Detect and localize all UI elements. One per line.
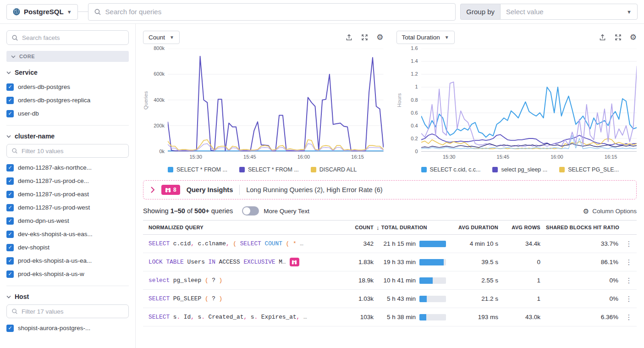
table-row[interactable]: SELECT PG_SLEEP ( ? ) 1.03k 5 h 43 min 2…: [143, 290, 637, 308]
facet-checkbox-item[interactable]: ✓ demo-dpn-us-west: [6, 214, 129, 227]
gear-icon[interactable]: ⚙: [376, 33, 383, 41]
facet-checkbox-item[interactable]: ✓ demo-11287-aks-northce...: [6, 161, 129, 174]
metric-selector[interactable]: Count ▼: [143, 31, 180, 44]
normalized-query-cell[interactable]: SELECT PG_SLEEP ( ? ): [143, 295, 343, 302]
search-icon: [11, 148, 18, 154]
facet-checkbox-item[interactable]: ✓ orders-db-postgres: [6, 80, 129, 94]
checkbox-checked-icon[interactable]: ✓: [6, 110, 14, 117]
legend-item[interactable]: SELECT * FROM ...: [239, 166, 299, 173]
line-chart[interactable]: Hours 00.20.40.60.811.21.41.6 15:3015:45…: [396, 49, 637, 162]
column-header[interactable]: SHARED BLOCKS HIT RATIO: [543, 225, 621, 230]
query-search-input[interactable]: [105, 8, 450, 16]
table-row[interactable]: select pg_sleep ( ? ) 18.9k 10 h 41 min …: [143, 271, 637, 290]
facet-search-input[interactable]: [22, 34, 124, 41]
checkbox-checked-icon[interactable]: ✓: [6, 325, 14, 332]
normalized-query-cell[interactable]: SELECT c.cid, c.clname, ( SELECT COUNT (…: [143, 240, 343, 247]
more-query-text-toggle[interactable]: [242, 206, 259, 215]
group-by-placeholder: Select value: [506, 8, 544, 16]
metric-selector[interactable]: Total Duration ▼: [396, 31, 455, 44]
export-icon[interactable]: [599, 33, 606, 41]
facet-group-header[interactable]: cluster-name: [6, 133, 129, 140]
column-header[interactable]: AVG DURATION: [449, 225, 501, 230]
datasource-dropdown[interactable]: PostgreSQL ▼: [6, 4, 78, 20]
chevron-right-icon[interactable]: [151, 187, 155, 193]
facet-filter[interactable]: [6, 144, 129, 158]
chevron-down-icon: [11, 55, 16, 58]
row-menu-icon[interactable]: ⋮: [621, 276, 637, 285]
normalized-query-cell[interactable]: LOCK TABLE Users IN ACCESS EXCLUSIVE M…: [143, 258, 343, 266]
chart-series-line: [421, 144, 637, 147]
insight-badge[interactable]: [290, 258, 299, 266]
facet-checkbox-item[interactable]: ✓ dev-eks-shopist-a-us-eas...: [6, 227, 129, 241]
query-search[interactable]: [88, 3, 456, 21]
expand-icon[interactable]: [614, 33, 622, 41]
facet-checkbox-item[interactable]: ✓ orders-db-postgres-replica: [6, 94, 129, 107]
expand-icon[interactable]: [361, 33, 369, 41]
normalized-query-cell[interactable]: select pg_sleep ( ? ): [143, 277, 343, 284]
checkbox-checked-icon[interactable]: ✓: [6, 191, 14, 198]
facet-checkbox-item[interactable]: ✓ demo-11287-us-prod-ce...: [6, 174, 129, 188]
facet-group-header[interactable]: Service: [6, 69, 129, 76]
facet-checkbox-item[interactable]: ✓ shopist-aurora-postgres-...: [6, 321, 129, 335]
facet-checkbox-item[interactable]: ✓ demo-11287-us-prod-west: [6, 201, 129, 214]
facet-item-label: prod-eks-shopist-a-us-w: [18, 271, 84, 277]
facet-checkbox-item[interactable]: ✓ prod-eks-shopist-a-us-w: [6, 267, 129, 281]
facet-checkbox-item[interactable]: ✓ demo-11287-us-prod-east: [6, 188, 129, 201]
column-header[interactable]: AVG ROWS: [501, 225, 543, 230]
core-section-toggle[interactable]: CORE: [6, 51, 129, 62]
legend-item[interactable]: DISCARD ALL: [311, 166, 357, 173]
row-menu-icon[interactable]: ⋮: [621, 258, 637, 266]
x-tick-label: 15:30: [189, 154, 202, 160]
hit-ratio-cell: 6.36%: [543, 314, 621, 320]
total-duration-cell: 19 h 33 min: [376, 259, 449, 265]
normalized-query-cell[interactable]: SELECT s. Id, s. Created_at, s. Expires_…: [143, 314, 343, 320]
row-menu-icon[interactable]: ⋮: [621, 313, 637, 321]
facet-search[interactable]: [6, 30, 129, 45]
checkbox-checked-icon[interactable]: ✓: [6, 257, 14, 265]
legend-item[interactable]: SELECT * FROM ...: [168, 166, 227, 173]
avg-rows-cell: 0: [501, 259, 543, 265]
checkbox-checked-icon[interactable]: ✓: [6, 97, 14, 104]
legend-item[interactable]: SELECT c.cid, c.c...: [421, 166, 481, 173]
table-row[interactable]: LOCK TABLE Users IN ACCESS EXCLUSIVE M… …: [143, 253, 637, 271]
y-tick-label: 0: [415, 149, 418, 154]
table-row[interactable]: SELECT c.cid, c.clname, ( SELECT COUNT (…: [143, 235, 637, 253]
y-tick-label: 0k: [159, 149, 165, 154]
checkbox-checked-icon[interactable]: ✓: [6, 271, 14, 278]
group-by-select[interactable]: Select value ▼: [500, 4, 638, 20]
checkbox-checked-icon[interactable]: ✓: [6, 83, 14, 91]
query-insights-banner[interactable]: 8 Query Insights Long Running Queries (2…: [143, 180, 637, 199]
x-tick-label: 16:00: [550, 154, 563, 160]
facet-checkbox-item[interactable]: ✓ prod-eks-shopist-a-us-ea...: [6, 254, 129, 267]
chevron-down-icon: ▼: [170, 35, 174, 40]
gear-icon[interactable]: ⚙: [630, 33, 637, 41]
group-by-label: Group by: [460, 4, 500, 20]
checkbox-checked-icon[interactable]: ✓: [6, 217, 14, 225]
column-header[interactable]: NORMALIZED QUERY: [143, 225, 343, 230]
facet-filter-input[interactable]: [22, 308, 124, 315]
y-tick-label: 0.4: [411, 123, 418, 128]
column-header[interactable]: COUNT: [343, 225, 376, 230]
facet-checkbox-item[interactable]: ✓ dev-shopist: [6, 241, 129, 254]
legend-item[interactable]: SELECT PG_SLE...: [559, 166, 619, 173]
export-icon[interactable]: [345, 33, 353, 41]
main-content: Count ▼ ⚙ Queries 0k200k400k600k800k 15:…: [136, 24, 644, 348]
row-menu-icon[interactable]: ⋮: [621, 240, 637, 248]
checkbox-checked-icon[interactable]: ✓: [6, 231, 14, 238]
facet-group-header[interactable]: Host: [6, 293, 129, 300]
facet-item-label: dev-eks-shopist-a-us-eas...: [18, 231, 93, 238]
facet-filter[interactable]: [6, 304, 129, 318]
checkbox-checked-icon[interactable]: ✓: [6, 204, 14, 211]
connector-line: [78, 11, 88, 12]
line-chart[interactable]: Queries 0k200k400k600k800k 15:3015:4516:…: [143, 49, 384, 162]
table-row[interactable]: SELECT s. Id, s. Created_at, s. Expires_…: [143, 308, 637, 326]
column-header[interactable]: ↓TOTAL DURATION: [376, 224, 449, 231]
legend-item[interactable]: select pg_sleep ...: [492, 166, 547, 173]
checkbox-checked-icon[interactable]: ✓: [6, 244, 14, 251]
checkbox-checked-icon[interactable]: ✓: [6, 177, 14, 185]
column-options-button[interactable]: ⚙ Column Options: [583, 208, 637, 215]
row-menu-icon[interactable]: ⋮: [621, 295, 637, 303]
facet-filter-input[interactable]: [22, 148, 124, 155]
checkbox-checked-icon[interactable]: ✓: [6, 164, 14, 171]
facet-checkbox-item[interactable]: ✓ user-db: [6, 107, 129, 120]
